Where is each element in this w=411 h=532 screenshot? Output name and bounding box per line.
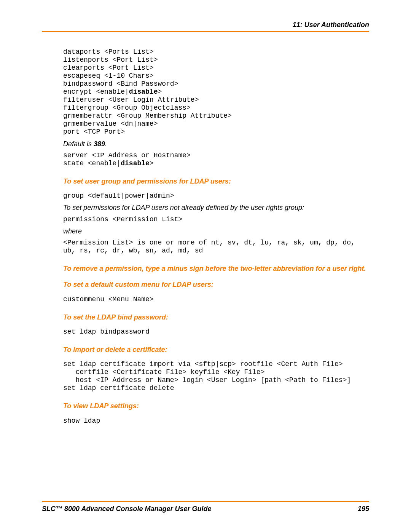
heading-custommenu: To set a default custom menu for LDAP us… xyxy=(63,280,369,289)
code-permlist: <Permission List> is one or more of nt, … xyxy=(63,239,369,255)
code-custommenu: custommenu <Menu Name> xyxy=(63,296,369,304)
code-group: group <default|power|admin> xyxy=(63,192,369,200)
heading-bindpw: To set the LDAP bind password: xyxy=(63,313,369,322)
chapter-title: 11: User Authentication xyxy=(293,21,369,29)
code-block-server: server <IP Address or Hostname> state <e… xyxy=(63,152,369,168)
code-permissions: permissions <Permission List> xyxy=(63,216,369,224)
heading-remove: To remove a permission, type a minus sig… xyxy=(63,264,369,273)
heading-group: To set user group and permissions for LD… xyxy=(63,177,369,186)
footer-title: SLC™ 8000 Advanced Console Manager User … xyxy=(42,505,211,513)
page-footer: SLC™ 8000 Advanced Console Manager User … xyxy=(42,501,369,513)
heading-cert: To import or delete a certificate: xyxy=(63,345,369,354)
code-bindpw: set ldap bindpassword xyxy=(63,328,369,336)
code-show: show ldap xyxy=(63,417,369,425)
code-cert: set ldap certificate import via <sftp|sc… xyxy=(63,360,369,392)
default-note: Default is 389. xyxy=(63,139,369,149)
footer-page: 195 xyxy=(358,505,369,513)
page-content: dataports <Ports List> listenports <Port… xyxy=(63,48,369,425)
page: 11: User Authentication dataports <Ports… xyxy=(0,0,411,532)
code-block-params: dataports <Ports List> listenports <Port… xyxy=(63,48,369,136)
perm-note: To set permissions for LDAP users not al… xyxy=(63,203,369,212)
where-label: where xyxy=(63,227,369,236)
heading-view: To view LDAP settings: xyxy=(63,401,369,411)
page-header: 11: User Authentication xyxy=(42,21,369,32)
